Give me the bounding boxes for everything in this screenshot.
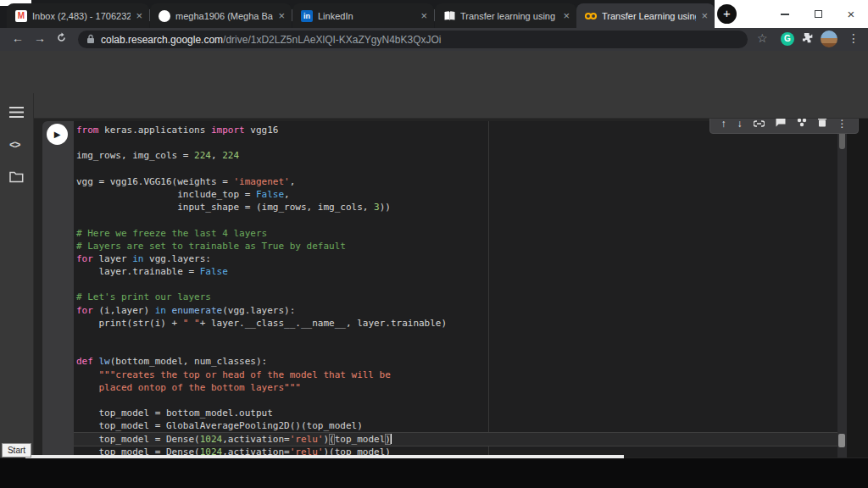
- tab-colab-active[interactable]: Transfer Learning using vgg ×: [576, 3, 715, 28]
- tab-title: LinkedIn: [318, 11, 415, 21]
- code-line[interactable]: img_rows, img_cols = 224, 224: [74, 149, 837, 162]
- window-edge: [847, 119, 868, 458]
- delete-cell-icon[interactable]: [818, 119, 826, 129]
- cell-toolbar: ↑ ↓ ⋮: [709, 119, 859, 134]
- code-line[interactable]: print(str(i) + " "+ layer.__class__.__na…: [74, 317, 837, 330]
- move-cell-down-icon[interactable]: ↓: [737, 119, 743, 129]
- refresh-icon[interactable]: [56, 32, 67, 46]
- text-cursor: [391, 434, 392, 444]
- colab-toolbar: + Code + Text Connect ▾ Editing: [0, 93, 868, 119]
- tab-gmail[interactable]: M Inbox (2,483) - 1706232@ki ×: [7, 3, 149, 28]
- grammarly-extension-icon[interactable]: G: [781, 32, 794, 46]
- code-line[interactable]: """creates the top or head of the model …: [74, 369, 837, 381]
- code-line[interactable]: # Layers are set to trainable as True by…: [74, 240, 837, 252]
- close-window-button[interactable]: ×: [838, 0, 864, 28]
- code-line[interactable]: input_shape = (img_rows, img_cols, 3)): [74, 201, 837, 214]
- cell-gutter: [42, 121, 74, 458]
- windows-taskbar: Type here to search Xd 2 ?: [0, 458, 868, 488]
- code-line[interactable]: for layer in vgg.layers:: [74, 252, 837, 265]
- bookmark-star-icon[interactable]: ☆: [757, 31, 768, 45]
- copy-link-icon[interactable]: [754, 119, 765, 129]
- new-tab-button[interactable]: +: [717, 4, 737, 24]
- tab-close-icon[interactable]: ×: [278, 10, 285, 21]
- run-cell-button[interactable]: ▶: [47, 124, 68, 145]
- code-line[interactable]: [74, 278, 837, 291]
- code-line[interactable]: top_model = GlobalAveragePooling2D()(top…: [74, 419, 837, 432]
- code-line[interactable]: [74, 394, 837, 407]
- cell-more-icon[interactable]: ⋮: [837, 119, 848, 129]
- code-snippets-icon[interactable]: <>: [9, 140, 19, 152]
- code-line[interactable]: [74, 163, 837, 175]
- url-text: colab.research.google.com/drive/1xD2LZ5n…: [101, 34, 442, 46]
- cell-scrollbar-thumb[interactable]: [838, 434, 845, 447]
- code-line[interactable]: top_model = Dense(1024,activation='relu'…: [74, 433, 837, 446]
- extensions-puzzle-icon[interactable]: [802, 32, 814, 47]
- tab-close-icon[interactable]: ×: [136, 10, 142, 21]
- tab-separator: [149, 9, 150, 21]
- add-comment-icon[interactable]: [776, 119, 786, 129]
- code-line[interactable]: [74, 214, 837, 226]
- page-scrollbar[interactable]: [837, 121, 847, 458]
- tab-close-icon[interactable]: ×: [701, 10, 708, 21]
- code-line[interactable]: for (i,layer) in enumerate(vgg.layers):: [74, 304, 837, 317]
- code-content[interactable]: from keras.applications import vgg16 img…: [74, 124, 837, 458]
- colab-left-sidebar: <>: [0, 93, 34, 458]
- tab-title: megha1906 (Megha Bansal: [175, 11, 273, 21]
- tab-article[interactable]: Transfer learning using VGG ×: [435, 3, 576, 28]
- minimize-button[interactable]: [772, 0, 798, 28]
- back-icon[interactable]: ←: [12, 31, 24, 45]
- browser-titlebar: M Inbox (2,483) - 1706232@ki × megha1906…: [0, 0, 868, 28]
- tab-github[interactable]: megha1906 (Megha Bansal ×: [150, 3, 292, 28]
- tab-title: Transfer Learning using vgg: [602, 11, 696, 21]
- code-line[interactable]: [74, 342, 837, 355]
- code-line[interactable]: [74, 136, 837, 149]
- colab-header: Transfer Learning using vgg16.ipynb ☆ Fi…: [0, 51, 868, 93]
- browser-menu-icon[interactable]: ⋮: [848, 31, 860, 45]
- forward-icon[interactable]: →: [34, 31, 46, 45]
- tab-separator: [434, 9, 435, 21]
- tab-title: Transfer learning using VGG: [460, 11, 558, 21]
- tab-title: Inbox (2,483) - 1706232@ki: [32, 11, 131, 21]
- linkedin-favicon: in: [301, 10, 313, 22]
- code-line[interactable]: # Let's print our layers: [74, 291, 837, 303]
- tab-separator: [292, 9, 292, 21]
- code-line[interactable]: # Here we freeze the last 4 layers: [74, 227, 837, 240]
- lock-icon[interactable]: [86, 32, 95, 47]
- move-cell-up-icon[interactable]: ↑: [721, 119, 726, 129]
- maximize-button[interactable]: [805, 0, 831, 28]
- github-favicon: [159, 10, 170, 22]
- code-line[interactable]: top_model = bottom_model.output: [74, 407, 837, 419]
- code-line[interactable]: include_top = False,: [74, 188, 837, 201]
- tab-linkedin[interactable]: in LinkedIn ×: [292, 3, 434, 28]
- book-favicon: [443, 10, 455, 22]
- code-line[interactable]: [74, 330, 837, 342]
- tab-close-icon[interactable]: ×: [420, 10, 427, 21]
- start-tooltip: Start: [2, 443, 31, 458]
- code-line[interactable]: def lw(bottom_model, num_classes):: [74, 355, 837, 368]
- code-line[interactable]: vgg = vgg16.VGG16(weights = 'imagenet',: [74, 175, 837, 188]
- table-of-contents-icon[interactable]: [9, 107, 24, 122]
- address-bar[interactable]: colab.research.google.com/drive/1xD2LZ5n…: [78, 30, 748, 48]
- screen: M Inbox (2,483) - 1706232@ki × megha1906…: [0, 0, 868, 488]
- files-folder-icon[interactable]: [9, 171, 24, 186]
- cell-settings-icon[interactable]: [797, 119, 807, 129]
- code-line[interactable]: layer.trainable = False: [74, 265, 837, 278]
- browser-profile-avatar[interactable]: [821, 30, 837, 47]
- gmail-favicon: M: [15, 10, 27, 22]
- colab-favicon: [585, 10, 597, 22]
- notebook-area: from keras.applications import vgg16 img…: [34, 119, 868, 458]
- tab-close-icon[interactable]: ×: [563, 10, 570, 21]
- code-line[interactable]: placed ontop of the bottom layers""": [74, 381, 837, 394]
